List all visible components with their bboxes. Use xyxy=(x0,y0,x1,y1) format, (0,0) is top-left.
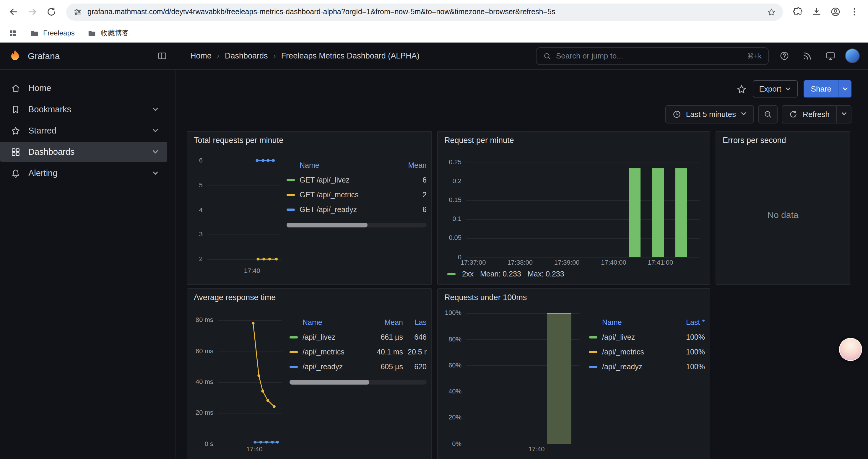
panel-grid: Total requests per minute 6543217:40 Nam… xyxy=(176,131,868,459)
search-icon xyxy=(543,52,551,60)
series-color-chip xyxy=(286,208,295,210)
sidebar-item-label: Bookmarks xyxy=(28,104,71,114)
legend-row[interactable]: /api/_readyz100% xyxy=(589,359,705,374)
time-range-picker[interactable]: Last 5 minutes xyxy=(665,105,754,124)
apps-grid-icon[interactable] xyxy=(8,29,17,37)
chevron-down-icon[interactable] xyxy=(152,127,159,134)
series-color-chip xyxy=(589,365,597,368)
average-response-time-chart[interactable]: 80 ms60 ms40 ms20 ms0 s17:40 xyxy=(192,305,286,454)
legend-row[interactable]: /api/_livez661 µs646 xyxy=(289,330,427,345)
sidebar-item-dashboards[interactable]: Dashboards xyxy=(0,142,167,162)
search-field[interactable] xyxy=(556,52,742,60)
sidebar: Home Bookmarks Starred Dashboards Alerti… xyxy=(0,70,176,459)
zoom-out-icon[interactable] xyxy=(758,105,778,124)
panel-average-response-time: Average response time 80 ms60 ms40 ms20 … xyxy=(187,288,432,459)
share-button[interactable]: Share xyxy=(804,80,838,97)
alerting-bell-icon xyxy=(11,168,21,178)
downloads-icon[interactable] xyxy=(808,3,826,21)
panel-errors-per-second: Errors per second No data xyxy=(716,131,850,285)
breadcrumb: Home › Dashboards › Freeleaps Metrics Da… xyxy=(190,52,420,60)
legend-scrollbar[interactable] xyxy=(286,223,427,227)
bookmark-star-icon[interactable] xyxy=(767,7,776,16)
monitor-icon[interactable] xyxy=(822,47,838,64)
sidebar-item-home[interactable]: Home xyxy=(0,78,167,98)
legend-table: NameMeanLas /api/_livez661 µs646 /api/_m… xyxy=(289,315,427,459)
legend-row[interactable]: GET /api/_metrics2 xyxy=(286,187,427,202)
legend-inline[interactable]: 2xx Mean: 0.233 Max: 0.233 xyxy=(442,268,705,281)
no-data-message: No data xyxy=(721,148,845,281)
site-settings-icon[interactable] xyxy=(73,7,82,16)
legend-row[interactable]: GET /api/_readyz6 xyxy=(286,202,427,217)
series-color-chip xyxy=(589,351,597,353)
legend-stat: Max: 0.233 xyxy=(528,270,564,278)
user-avatar[interactable] xyxy=(845,48,860,63)
star-icon xyxy=(11,126,21,136)
panel-header[interactable]: Average response time xyxy=(187,289,431,305)
panel-header[interactable]: Errors per second xyxy=(716,132,850,148)
profile-icon[interactable] xyxy=(827,3,844,21)
total-requests-chart[interactable]: 6543217:40 xyxy=(192,148,285,276)
favorite-star-icon[interactable] xyxy=(736,84,747,94)
legend-row[interactable]: /api/_readyz605 µs620 xyxy=(289,359,427,374)
requests-under-100ms-chart[interactable]: 100%80%60%40%20%0%17:40 xyxy=(442,305,584,454)
brand-name: Grafana xyxy=(28,51,60,61)
extensions-icon[interactable] xyxy=(789,3,807,21)
sidebar-item-alerting[interactable]: Alerting xyxy=(0,163,167,183)
breadcrumb-home[interactable]: Home xyxy=(190,52,212,60)
search-input[interactable]: ⌘+k xyxy=(536,47,769,65)
panel-header[interactable]: Request per minute xyxy=(438,132,710,148)
legend-table: NameMean GET /api/_livez6 GET /api/_metr… xyxy=(286,158,427,281)
breadcrumb-dashboards[interactable]: Dashboards xyxy=(225,52,268,60)
legend-row[interactable]: /api/_metrics100% xyxy=(589,345,705,359)
sidebar-item-bookmarks[interactable]: Bookmarks xyxy=(0,99,167,119)
legend-row[interactable]: /api/_metrics40.1 ms20.5 r xyxy=(289,345,427,359)
refresh-button[interactable]: Refresh xyxy=(782,105,836,124)
legend-table: NameLast * /api/_livez100% /api/_metrics… xyxy=(589,315,705,459)
bookmark-folder-blogs[interactable]: 收藏博客 xyxy=(88,28,129,38)
legend-row[interactable]: GET /api/_livez6 xyxy=(286,172,427,187)
series-name[interactable]: 2xx xyxy=(462,270,473,278)
panel-header[interactable]: Total requests per minute xyxy=(187,132,431,148)
reload-icon[interactable] xyxy=(42,3,60,21)
sidebar-item-label: Dashboards xyxy=(28,147,74,157)
bookmark-folder-freeleaps[interactable]: Freeleaps xyxy=(30,29,75,37)
bookmarks-bar: Freeleaps 收藏博客 xyxy=(0,24,868,42)
dock-menu-icon[interactable] xyxy=(154,47,170,64)
news-rss-icon[interactable] xyxy=(799,47,815,64)
sidebar-item-label: Alerting xyxy=(28,168,57,178)
legend-header: NameLast * xyxy=(589,315,705,330)
panel-header[interactable]: Requests under 100ms xyxy=(438,289,710,305)
folder-icon xyxy=(30,29,39,37)
series-color-chip xyxy=(447,273,456,275)
address-bar[interactable] xyxy=(66,3,783,21)
forward-icon[interactable] xyxy=(24,3,41,21)
clock-icon xyxy=(673,110,681,119)
sidebar-item-label: Starred xyxy=(28,126,56,135)
chevron-down-icon[interactable] xyxy=(152,148,159,155)
panel-title: Requests under 100ms xyxy=(444,293,527,302)
refresh-interval-dropdown[interactable] xyxy=(836,105,851,124)
help-icon[interactable] xyxy=(776,47,793,64)
chevron-down-icon[interactable] xyxy=(152,106,159,113)
scrollbar-thumb[interactable] xyxy=(289,380,369,385)
dashboard-toolbar: Export Share xyxy=(176,70,868,100)
floating-assistant-avatar[interactable] xyxy=(839,338,862,361)
folder-icon xyxy=(88,29,97,37)
menu-kebab-icon[interactable] xyxy=(845,3,863,21)
legend-header: NameMeanLas xyxy=(289,315,427,330)
chevron-down-icon[interactable] xyxy=(152,169,159,177)
breadcrumb-separator: › xyxy=(217,52,219,60)
legend-scrollbar[interactable] xyxy=(289,380,427,385)
share-menu-button[interactable] xyxy=(838,80,851,97)
request-per-minute-chart[interactable]: 0.250.20.150.10.05017:37:0017:38:0017:39… xyxy=(442,148,705,268)
screen: Freeleaps 收藏博客 Grafana Home › Dashboards… xyxy=(0,0,868,459)
bookmark-folder-label: Freeleaps xyxy=(43,29,75,37)
export-button[interactable]: Export xyxy=(752,80,798,97)
legend-row[interactable]: /api/_livez100% xyxy=(589,330,705,345)
series-color-chip xyxy=(286,179,295,181)
sidebar-item-starred[interactable]: Starred xyxy=(0,121,167,140)
grafana-logo[interactable] xyxy=(8,49,22,63)
scrollbar-thumb[interactable] xyxy=(286,223,368,227)
back-icon[interactable] xyxy=(5,3,23,21)
url-input[interactable] xyxy=(88,8,762,16)
